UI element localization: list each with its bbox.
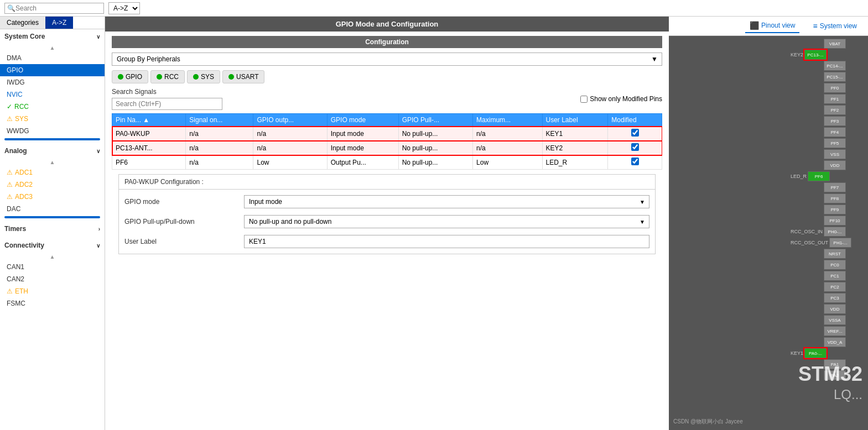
pin-item[interactable]: VDD_A [791, 337, 851, 348]
sidebar-group-header-system-core[interactable]: System Core ∨ [0, 29, 105, 44]
th-maximum[interactable]: Maximum... [473, 114, 542, 127]
pin-item[interactable]: VSSA [791, 314, 851, 326]
pin-box[interactable]: NRST [824, 249, 846, 259]
pin-box[interactable]: PF1 [824, 94, 846, 104]
pin-box[interactable]: PC0 [824, 260, 846, 270]
pin-item[interactable]: PF8 [791, 193, 851, 204]
global-search-input[interactable] [15, 4, 93, 12]
pin-box[interactable]: PC13-... [804, 50, 827, 60]
sort-dropdown[interactable]: A->Z [108, 2, 140, 14]
sidebar-item-iwdg[interactable]: IWDG [0, 76, 105, 88]
pin-box[interactable]: VREF... [824, 326, 846, 336]
sidebar-group-header-analog[interactable]: Analog ∨ [0, 144, 105, 158]
pin-item[interactable]: PF7 [791, 182, 851, 193]
pin-box[interactable]: PF5 [824, 138, 846, 148]
th-gpio-pull[interactable]: GPIO Pull-... [398, 114, 472, 127]
sidebar-item-dma[interactable]: DMA [0, 52, 105, 64]
sidebar-item-wwdg[interactable]: WWDG [0, 125, 105, 137]
global-search-box[interactable]: 🔍 [4, 3, 104, 14]
pin-box[interactable]: PH1-... [829, 238, 851, 248]
sidebar-item-adc3[interactable]: ⚠ADC3 [0, 191, 105, 203]
pin-item[interactable]: PF9 [791, 204, 851, 215]
pin-box[interactable]: PF0 [824, 83, 846, 93]
th-user-label[interactable]: User Label [542, 114, 608, 127]
pin-item[interactable]: PF3 [791, 116, 851, 127]
th-gpio-mode[interactable]: GPIO mode [327, 114, 398, 127]
pin-box[interactable]: VDD_A [824, 337, 846, 347]
pin-box[interactable]: PF9 [824, 204, 846, 214]
pin-box[interactable]: PC2 [824, 282, 846, 292]
pin-item[interactable]: PC2 [791, 281, 851, 292]
modified-checkbox[interactable] [631, 129, 639, 137]
show-modified-checkbox[interactable] [580, 96, 588, 103]
pin-item[interactable]: PF4 [791, 127, 851, 138]
pin-box[interactable]: PF2 [824, 105, 846, 115]
pin-box[interactable]: PC1 [824, 271, 846, 281]
pin-box[interactable]: PF7 [824, 182, 846, 192]
pin-item[interactable]: RCC_OSC_OUTPH1-... [791, 237, 851, 248]
modified-checkbox[interactable] [631, 158, 639, 165]
pin-item[interactable]: PC15-... [791, 71, 851, 82]
pin-box[interactable]: PF10 [824, 216, 846, 226]
sidebar-item-sys[interactable]: ⚠SYS [0, 113, 105, 125]
pin-box[interactable]: PA0-... [804, 348, 827, 358]
pin-box[interactable]: VDD [824, 160, 846, 170]
pin-item[interactable]: LED_RPF6 [791, 171, 851, 182]
tab-categories[interactable]: Categories [0, 17, 45, 29]
pin-item[interactable]: PC3 [791, 292, 851, 303]
pin-item[interactable]: VREF... [791, 326, 851, 337]
sidebar-item-rcc[interactable]: ✓RCC [0, 101, 105, 113]
filter-tab-gpio[interactable]: GPIO [112, 70, 148, 83]
pin-item[interactable]: VDD [791, 303, 851, 314]
pin-box[interactable]: PF4 [824, 127, 846, 137]
th-modified[interactable]: Modified [608, 114, 662, 127]
pin-box[interactable]: VDD [824, 304, 846, 314]
pinout-view-tab[interactable]: ⬛ Pinout view [745, 19, 799, 33]
pin-item[interactable]: NRST [791, 248, 851, 259]
pin-item[interactable]: RCC_OSC_INPH0-... [791, 226, 851, 237]
pin-box[interactable]: PF6 [808, 171, 830, 181]
pin-box[interactable]: PF3 [824, 116, 846, 126]
pin-item[interactable]: PC1 [791, 270, 851, 281]
table-row[interactable]: PC13-ANT...n/an/aInput modeNo pull-up...… [112, 141, 662, 155]
pin-box[interactable]: VSSA [824, 315, 846, 325]
search-signals-input[interactable] [112, 98, 222, 110]
sidebar-item-nvic[interactable]: NVIC [0, 88, 105, 101]
pin-item[interactable]: KEY1PA0-... [791, 348, 851, 359]
table-row[interactable]: PF6n/aLowOutput Pu...No pull-up...LowLED… [112, 155, 662, 170]
pin-item[interactable]: PF0 [791, 82, 851, 93]
sidebar-item-eth[interactable]: ⚠ETH [0, 285, 105, 297]
table-row[interactable]: PA0-WKUPn/an/aInput modeNo pull-up...n/a… [112, 127, 662, 141]
pin-box[interactable]: PF8 [824, 193, 846, 203]
tab-az[interactable]: A->Z [45, 17, 73, 29]
pin-item[interactable]: VDD [791, 160, 851, 171]
filter-tab-usart[interactable]: USART [222, 70, 264, 83]
sidebar-group-header-connectivity[interactable]: Connectivity ∨ [0, 238, 105, 253]
pin-box[interactable]: PC3 [824, 293, 846, 303]
system-view-tab[interactable]: ≡ System view [808, 19, 861, 33]
sidebar-item-dac[interactable]: DAC [0, 203, 105, 215]
pin-box[interactable]: VBAT [824, 39, 846, 49]
filter-tab-sys[interactable]: SYS [187, 70, 220, 83]
pin-item[interactable]: PF1 [791, 93, 851, 104]
sidebar-item-adc1[interactable]: ⚠ADC1 [0, 166, 105, 179]
filter-tab-rcc[interactable]: RCC [150, 70, 185, 83]
th-gpio-out[interactable]: GPIO outp... [253, 114, 327, 127]
config-select-1[interactable]: No pull-up and no pull-downPull-upPull-d… [244, 215, 649, 228]
pin-item[interactable]: PF2 [791, 104, 851, 116]
config-input-2[interactable] [244, 235, 649, 248]
pin-box[interactable]: VSS [824, 149, 846, 159]
pin-item[interactable]: VBAT [791, 38, 851, 49]
sidebar-item-can1[interactable]: CAN1 [0, 261, 105, 273]
th-pin-name[interactable]: Pin Na... ▲ [112, 114, 186, 127]
sidebar-group-header-timers[interactable]: Timers › [0, 222, 105, 236]
th-signal-on[interactable]: Signal on... [186, 114, 253, 127]
pin-item[interactable]: PC0 [791, 259, 851, 270]
pin-item[interactable]: VSS [791, 149, 851, 160]
sidebar-item-adc2[interactable]: ⚠ADC2 [0, 179, 105, 191]
config-select-0[interactable]: Input modeOutput Push PullOutput Open Dr… [244, 195, 649, 208]
pin-item[interactable]: PF10 [791, 215, 851, 226]
sidebar-item-gpio[interactable]: GPIO [0, 64, 105, 76]
modified-checkbox[interactable] [631, 143, 639, 151]
sidebar-item-can2[interactable]: CAN2 [0, 273, 105, 285]
